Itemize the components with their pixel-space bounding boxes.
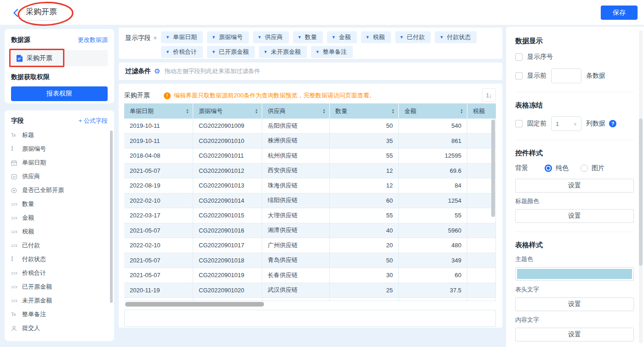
field-item[interactable]: I付款状态 xyxy=(11,252,108,266)
display-field-chip[interactable]: ▼整单备注 xyxy=(311,46,353,58)
fix-columns-select[interactable]: 1 ∨ xyxy=(551,116,581,131)
title-icon: T≡ xyxy=(11,312,22,317)
column-header[interactable]: 供应商▲▼ xyxy=(262,103,330,119)
add-display-field-button[interactable]: + xyxy=(153,34,157,41)
table-cell: 30 xyxy=(330,268,399,283)
report-permission-button[interactable]: 报表权限 xyxy=(11,86,108,101)
background-set-button[interactable]: 设置 xyxy=(515,179,634,193)
display-field-chip[interactable]: ▼数量 xyxy=(293,31,323,43)
content-text-label: 内容文字 xyxy=(515,316,634,324)
field-item[interactable]: 123价税合计 xyxy=(11,266,108,280)
table-horizontal-scrollbar[interactable] xyxy=(125,302,264,307)
table-cell: 2022-03-17 xyxy=(124,208,193,223)
display-field-chip[interactable]: ▼已付款 xyxy=(395,31,431,43)
sort-icon[interactable]: ▲▼ xyxy=(186,108,189,114)
field-item[interactable]: 123未开票金额 xyxy=(11,294,108,307)
show-index-checkbox[interactable] xyxy=(515,53,523,61)
theme-color-label: 主题色 xyxy=(515,255,634,263)
column-header[interactable]: 金额▲▼ xyxy=(399,103,467,119)
header-text-label: 表头文字 xyxy=(515,285,634,294)
table-cell: 861 xyxy=(399,134,467,149)
table-cell: 55 xyxy=(330,148,399,164)
display-field-chip[interactable]: ▼价税合计 xyxy=(161,46,203,58)
display-field-chip[interactable]: ▼金额 xyxy=(327,31,357,43)
display-field-chip[interactable]: ▼供应商 xyxy=(253,31,289,43)
table-row: 2019-10-11CG20220901010株洲供应链35861 xyxy=(124,134,496,149)
panel-scrollbar[interactable] xyxy=(639,119,643,266)
fields-list: T≡标题I票据编号7单据日期供应商是否已全部开票123数量123金额123税额1… xyxy=(11,128,108,335)
title-color-label: 标题颜色 xyxy=(515,197,634,205)
radio-selected-icon xyxy=(545,165,552,172)
chevron-down-icon: ▼ xyxy=(166,50,170,54)
display-field-chip[interactable]: ▼未开票金额 xyxy=(259,46,307,58)
field-item[interactable]: 123已开票金额 xyxy=(11,280,108,294)
table-cell: 20 xyxy=(330,238,399,253)
table-cell: 2022-02-10 xyxy=(124,238,193,253)
table-row-partial xyxy=(124,298,496,301)
table-cell: 绵阳供应链 xyxy=(262,193,330,209)
theme-color-swatch[interactable] xyxy=(515,267,634,281)
table-cell: 珠海供应链 xyxy=(262,178,330,193)
field-label: 税额 xyxy=(22,228,34,236)
display-field-chip[interactable]: ▼税额 xyxy=(361,31,391,43)
help-icon[interactable]: ? xyxy=(609,120,616,127)
field-item[interactable]: 是否已全部开票 xyxy=(11,183,108,197)
datasource-item[interactable]: 采购开票 xyxy=(11,50,108,66)
field-item[interactable]: 供应商 xyxy=(11,170,108,183)
column-header[interactable]: 税额 xyxy=(467,103,496,119)
image-radio[interactable]: 图片 xyxy=(581,164,604,172)
field-item[interactable]: 7单据日期 xyxy=(11,156,108,170)
sort-icon[interactable]: ▲▼ xyxy=(460,108,463,114)
solid-color-radio[interactable]: 纯色 xyxy=(545,164,569,172)
table-row: 2021-05-07CG20220901016湘潭供应链405960 xyxy=(124,223,496,239)
sort-icon[interactable]: ▲▼ xyxy=(255,108,258,114)
title-color-set-button[interactable]: 设置 xyxy=(515,209,634,223)
chevron-down-icon: ▼ xyxy=(332,35,336,40)
field-item[interactable]: 提交人 xyxy=(11,321,108,335)
add-formula-field-link[interactable]: + 公式字段 xyxy=(79,117,108,125)
table-cell: 2019-10-11 xyxy=(124,119,193,134)
filter-panel[interactable]: 过滤条件 ⚙ 拖动左侧字段到此处来添加过滤条件 xyxy=(119,63,502,80)
datasource-card: 数据源 更改数据源 采购开票 数据获取权限 报表权限 xyxy=(5,29,114,103)
show-first-count-input[interactable] xyxy=(551,68,581,83)
table-cell: 长春供应链 xyxy=(262,268,330,283)
settings-panel: 数据显示 显示序号 显示前 条数据 表格冻结 固定前 1 ∨ 列数据 ? 控件样… xyxy=(506,27,644,347)
field-item[interactable]: 123数量 xyxy=(11,197,108,211)
column-header[interactable]: 数量▲▼ xyxy=(330,103,399,119)
display-field-chip[interactable]: ▼票据编号 xyxy=(207,31,249,43)
gear-icon[interactable]: ⚙ xyxy=(154,67,160,75)
field-item[interactable]: T≡标题 xyxy=(11,128,108,142)
back-icon[interactable] xyxy=(13,9,18,17)
column-header[interactable]: 单据日期▲▼ xyxy=(124,103,193,119)
display-field-chip[interactable]: ▼已开票金额 xyxy=(207,46,255,58)
field-item[interactable]: I票据编号 xyxy=(11,142,108,156)
field-item[interactable]: T≡整单备注 xyxy=(11,307,108,321)
sort-icon[interactable]: ▲▼ xyxy=(391,108,395,114)
field-label: 整单备注 xyxy=(22,310,46,319)
row-order-button[interactable]: 1↓ xyxy=(482,88,496,102)
content-text-set-button[interactable]: 设置 xyxy=(515,328,634,341)
table-vertical-scrollbar[interactable] xyxy=(491,119,495,217)
sort-icon[interactable]: ▲▼ xyxy=(322,108,326,114)
display-field-chip[interactable]: ▼付款状态 xyxy=(435,31,477,43)
field-item[interactable]: 123金额 xyxy=(11,211,108,225)
table-row: 2018-04-08CG20220901011杭州供应链5512595 xyxy=(124,148,496,164)
field-item[interactable]: 123已付款 xyxy=(11,239,108,252)
table-cell: CG20220901009 xyxy=(193,119,262,134)
display-field-chip[interactable]: ▼单据日期 xyxy=(161,31,203,43)
fields-scrollbar[interactable] xyxy=(110,131,113,303)
show-first-checkbox[interactable] xyxy=(515,72,523,80)
change-datasource-link[interactable]: 更改数据源 xyxy=(78,36,108,44)
table-cell: 349 xyxy=(399,253,467,268)
table-row: 2020-11-19CG20220901020武汉供应链2537.5 xyxy=(124,283,496,298)
radio-icon xyxy=(11,188,22,193)
field-label: 已付款 xyxy=(22,241,40,250)
chevron-down-icon: ▼ xyxy=(400,35,404,40)
fix-columns-checkbox[interactable] xyxy=(515,120,523,127)
table-cell: CG20220901017 xyxy=(193,238,262,253)
column-header[interactable]: 票据编号▲▼ xyxy=(193,103,262,119)
table-cell: 西安供应链 xyxy=(262,164,330,179)
header-text-set-button[interactable]: 设置 xyxy=(515,297,634,311)
save-button[interactable]: 保存 xyxy=(601,6,638,20)
field-item[interactable]: 123税额 xyxy=(11,225,108,239)
